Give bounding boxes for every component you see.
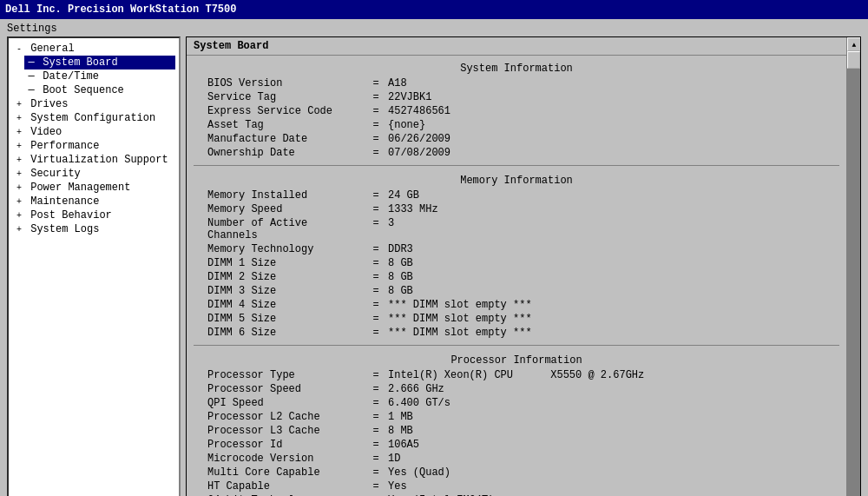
table-row: DIMM 6 Size = *** DIMM slot empty ***: [194, 326, 839, 340]
sidebar-item-maintenance[interactable]: + Maintenance: [12, 195, 175, 208]
memory-tech-label: Memory Technology: [194, 242, 367, 256]
sidebar-item-virtualization[interactable]: + Virtualization Support: [12, 153, 175, 167]
sidebar-item-performance[interactable]: + Performance: [12, 139, 175, 153]
divider-memory: [194, 165, 839, 166]
title-bar: Dell Inc. Precision WorkStation T7500: [0, 0, 868, 19]
sidebar-item-drives[interactable]: + Drives: [12, 97, 175, 111]
sidebar-item-boot-sequence[interactable]: — Boot Sequence: [24, 83, 175, 97]
table-row: Processor Id = 106A5: [194, 438, 839, 452]
dash-icon-system-board: —: [26, 56, 36, 69]
asset-tag-value: {none}: [385, 118, 839, 132]
sidebar-item-general[interactable]: - General: [12, 42, 175, 56]
dimm3-value: 8 GB: [385, 284, 839, 298]
expand-icon-security: +: [14, 169, 24, 179]
microcode-value: 1D: [385, 452, 839, 466]
sidebar-item-system-board[interactable]: — System Board: [24, 56, 175, 69]
scroll-thumb[interactable]: [847, 51, 860, 69]
sidebar-item-label-general: General: [30, 43, 74, 55]
multi-core-label: Multi Core Capable: [194, 466, 367, 479]
expand-icon-video: +: [14, 128, 24, 137]
sidebar-item-label-drives: Drives: [30, 98, 68, 110]
l2-cache-label: Processor L2 Cache: [194, 410, 367, 424]
dimm2-value: 8 GB: [385, 270, 839, 284]
processor-id-label: Processor Id: [194, 438, 367, 452]
table-row: DIMM 5 Size = *** DIMM slot empty ***: [194, 312, 839, 326]
dimm4-value: *** DIMM slot empty ***: [385, 298, 839, 312]
sidebar-item-post-behavior[interactable]: + Post Behavior: [12, 208, 175, 222]
processor-type-label: Processor Type: [194, 368, 367, 382]
l3-cache-label: Processor L3 Cache: [194, 424, 367, 438]
sidebar-item-date-time[interactable]: — Date/Time: [24, 69, 175, 83]
sidebar-item-label-performance: Performance: [30, 140, 99, 152]
sidebar-item-system-logs[interactable]: + System Logs: [12, 222, 175, 236]
table-row: Service Tag = 22VJBK1: [194, 90, 839, 104]
sidebar-item-label-boot-sequence: Boot Sequence: [43, 84, 124, 96]
scroll-up-button[interactable]: ▲: [847, 37, 861, 51]
service-tag-value: 22VJBK1: [385, 90, 839, 104]
manufacture-date-value: 06/26/2009: [385, 132, 839, 146]
memory-speed-label: Memory Speed: [194, 202, 367, 216]
table-row: DIMM 1 Size = 8 GB: [194, 256, 839, 270]
tree-group-general: - General — System Board — Date/Time — B…: [12, 42, 175, 97]
expand-icon-drives: +: [14, 100, 24, 109]
scrollbar[interactable]: ▲ ▼: [846, 37, 860, 496]
expand-icon-system-logs: +: [14, 225, 24, 235]
expand-icon-post-behavior: +: [14, 211, 24, 221]
sidebar-item-label-video: Video: [30, 126, 62, 138]
title-text: Dell Inc. Precision WorkStation T7500: [5, 3, 236, 16]
table-row: Express Service Code = 4527486561: [194, 104, 839, 118]
express-service-value: 4527486561: [385, 104, 839, 118]
bios-version-value: A18: [385, 76, 839, 90]
section-header-system-info: System Information: [194, 59, 839, 76]
memory-tech-value: DDR3: [385, 242, 839, 256]
memory-speed-value: 1333 MHz: [385, 202, 839, 216]
dimm5-value: *** DIMM slot empty ***: [385, 312, 839, 326]
left-panel: - General — System Board — Date/Time — B…: [7, 36, 181, 496]
sidebar-item-label-date-time: Date/Time: [43, 70, 99, 83]
sidebar-item-power-management[interactable]: + Power Management: [12, 181, 175, 195]
processor-info-table: Processor Type = Intel(R) Xeon(R) CPU X5…: [194, 368, 839, 496]
table-row: Processor Speed = 2.666 GHz: [194, 382, 839, 396]
processor-type-value: Intel(R) Xeon(R) CPU X5550 @ 2.67GHz: [385, 368, 839, 382]
table-row: QPI Speed = 6.400 GT/s: [194, 396, 839, 410]
table-row: Memory Speed = 1333 MHz: [194, 202, 839, 216]
dimm6-label: DIMM 6 Size: [194, 326, 367, 340]
sidebar-item-label-system-board: System Board: [43, 56, 117, 69]
sidebar-item-video[interactable]: + Video: [12, 125, 175, 139]
sidebar-item-system-config[interactable]: + System Configuration: [12, 111, 175, 125]
table-row: HT Capable = Yes: [194, 479, 839, 493]
expand-icon-general: -: [14, 44, 24, 54]
dimm1-value: 8 GB: [385, 256, 839, 270]
dimm3-label: DIMM 3 Size: [194, 284, 367, 298]
sidebar-item-label-security: Security: [30, 168, 81, 180]
table-row: Number of Active Channels = 3: [194, 216, 839, 242]
active-channels-value: 3: [385, 216, 839, 242]
scroll-track[interactable]: [847, 51, 860, 496]
table-row: Multi Core Capable = Yes (Quad): [194, 466, 839, 479]
table-row: BIOS Version = A18: [194, 76, 839, 90]
memory-installed-value: 24 GB: [385, 188, 839, 202]
table-row: DIMM 3 Size = 8 GB: [194, 284, 839, 298]
ownership-date-label: Ownership Date: [194, 146, 367, 160]
expand-icon-maintenance: +: [14, 197, 24, 207]
sidebar-item-security[interactable]: + Security: [12, 167, 175, 181]
table-row: DIMM 4 Size = *** DIMM slot empty ***: [194, 298, 839, 312]
ht-capable-label: HT Capable: [194, 479, 367, 493]
sidebar-item-label-virtualization: Virtualization Support: [30, 154, 168, 166]
qpi-speed-value: 6.400 GT/s: [385, 396, 839, 410]
system-board-content[interactable]: System Information BIOS Version = A18 Se…: [187, 56, 846, 496]
expand-icon-virtualization: +: [14, 155, 24, 165]
section-header-processor-info: Processor Information: [194, 351, 839, 368]
memory-installed-label: Memory Installed: [194, 188, 367, 202]
asset-tag-label: Asset Tag: [194, 118, 367, 132]
table-row: Ownership Date = 07/08/2009: [194, 146, 839, 160]
table-row: Microcode Version = 1D: [194, 452, 839, 466]
table-row: Processor L2 Cache = 1 MB: [194, 410, 839, 424]
processor-id-value: 106A5: [385, 438, 839, 452]
section-header-memory-info: Memory Information: [194, 171, 839, 188]
divider-processor: [194, 345, 839, 346]
dash-icon-boot-sequence: —: [26, 84, 36, 96]
system-board-title-text: System Board: [194, 40, 268, 52]
service-tag-label: Service Tag: [194, 90, 367, 104]
right-panel: System Board System Information BIOS Ver…: [186, 36, 861, 496]
